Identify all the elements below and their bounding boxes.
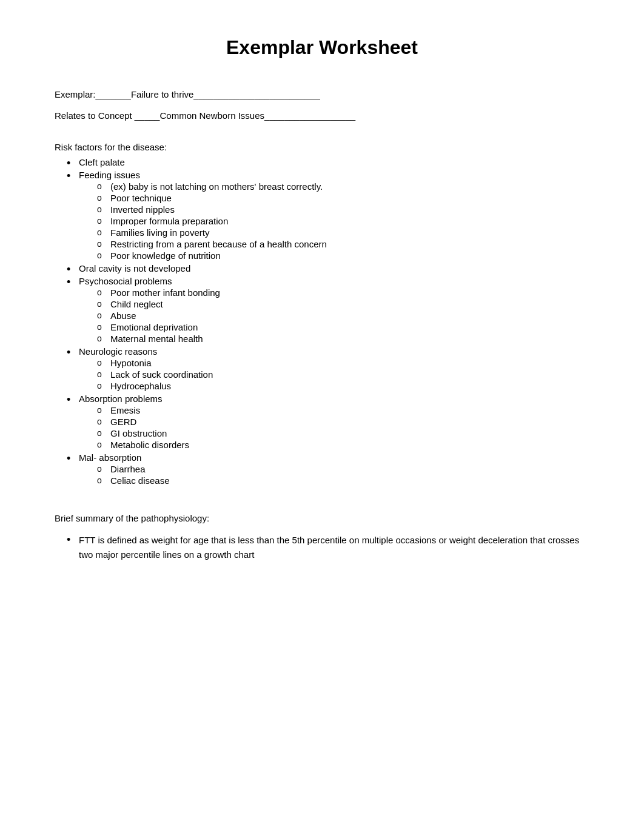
- sub-item: Poor technique: [97, 193, 589, 203]
- exemplar-blank1: _______: [96, 89, 131, 99]
- sub-item: GI obstruction: [97, 428, 589, 438]
- sub-item: Lack of suck coordination: [97, 369, 589, 380]
- sub-item: Child neglect: [97, 299, 589, 309]
- relates-value: Common Newborn Issues: [159, 110, 264, 121]
- risk-item: Feeding issues(ex) baby is not latching …: [67, 170, 589, 261]
- sub-item: Restricting from a parent because of a h…: [97, 239, 589, 249]
- sub-item: Emesis: [97, 405, 589, 415]
- sub-list: EmesisGERDGI obstructionMetabolic disord…: [79, 405, 589, 450]
- sub-item: Emotional deprivation: [97, 322, 589, 332]
- sub-list: HypotoniaLack of suck coordinationHydroc…: [79, 358, 589, 391]
- relates-field: Relates to Concept _____Common Newborn I…: [55, 110, 589, 121]
- risk-list: Cleft palateFeeding issues(ex) baby is n…: [55, 157, 589, 486]
- sub-item: Metabolic disorders: [97, 440, 589, 450]
- brief-list: FTT is defined as weight for age that is…: [55, 533, 589, 562]
- sub-list: Poor mother infant bondingChild neglectA…: [79, 287, 589, 344]
- exemplar-blank2: _________________________: [193, 89, 320, 99]
- relates-blank2: __________________: [264, 110, 355, 121]
- sub-item: Hypotonia: [97, 358, 589, 368]
- risk-item: Neurologic reasonsHypotoniaLack of suck …: [67, 346, 589, 391]
- sub-item: Poor knowledge of nutrition: [97, 250, 589, 261]
- page-title: Exemplar Worksheet: [55, 36, 589, 59]
- sub-item: Maternal mental health: [97, 334, 589, 344]
- risk-item: Oral cavity is not developed: [67, 263, 589, 273]
- exemplar-value: Failure to thrive: [131, 89, 193, 99]
- sub-item: Hydrocephalus: [97, 381, 589, 391]
- sub-item: Inverted nipples: [97, 204, 589, 215]
- sub-item: Poor mother infant bonding: [97, 287, 589, 298]
- brief-section: Brief summary of the pathophysiology: FT…: [55, 513, 589, 562]
- exemplar-field: Exemplar:_______Failure to thrive_______…: [55, 89, 589, 99]
- sub-list: (ex) baby is not latching on mothers' br…: [79, 181, 589, 261]
- risk-item: Psychosocial problemsPoor mother infant …: [67, 276, 589, 344]
- sub-item: Improper formula preparation: [97, 216, 589, 226]
- sub-item: Celiac disease: [97, 475, 589, 486]
- sub-item: Diarrhea: [97, 464, 589, 474]
- sub-item: Families living in poverty: [97, 227, 589, 238]
- relates-blank1: _____: [135, 110, 160, 121]
- sub-item: GERD: [97, 417, 589, 427]
- sub-item: (ex) baby is not latching on mothers' br…: [97, 181, 589, 192]
- risk-item: Mal- absorptionDiarrheaCeliac disease: [67, 452, 589, 486]
- brief-section-title: Brief summary of the pathophysiology:: [55, 513, 589, 523]
- risk-item: Cleft palate: [67, 157, 589, 167]
- exemplar-label: Exemplar:: [55, 89, 96, 99]
- risk-section-title: Risk factors for the disease:: [55, 142, 589, 152]
- risk-item: Absorption problemsEmesisGERDGI obstruct…: [67, 394, 589, 450]
- sub-item: Abuse: [97, 310, 589, 321]
- brief-item: FTT is defined as weight for age that is…: [67, 533, 589, 562]
- relates-label: Relates to Concept: [55, 110, 132, 121]
- sub-list: DiarrheaCeliac disease: [79, 464, 589, 486]
